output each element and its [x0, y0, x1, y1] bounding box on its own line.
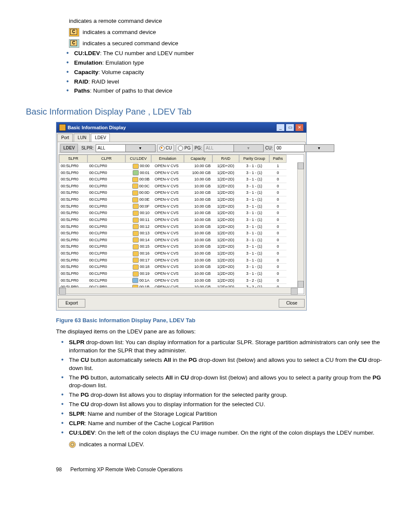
intro-text: The displayed items on the LDEV pane are… [56, 328, 385, 336]
table-row[interactable]: 00:SLPR000:CLPR000:18OPEN-V CVS10.00 GB1… [59, 264, 298, 271]
panel-label: LDEV [60, 144, 78, 152]
cell: 00:17 [125, 257, 151, 264]
table-row[interactable]: 00:SLPR000:CLPR000:00OPEN-V CVS10.00 GB1… [59, 163, 298, 170]
cell: 0 [269, 170, 286, 177]
cell: 0 [269, 176, 286, 183]
cell: 1(2D+2D) [212, 237, 239, 244]
table-row[interactable]: 00:SLPR000:CLPR000:13OPEN-V CVS10.00 GB1… [59, 230, 298, 237]
column-header[interactable]: Paths [269, 155, 286, 163]
maximize-icon[interactable]: ▭ [286, 124, 294, 131]
cell: 10.00 GB [184, 190, 212, 196]
cell: 0 [269, 264, 286, 271]
table-row[interactable]: 00:SLPR000:CLPR000:12OPEN-V CVS10.00 GB1… [59, 224, 298, 230]
chevron-down-icon[interactable]: ▾ [234, 145, 263, 152]
normal-ldev-line: indicates a normal LDEV. [69, 441, 385, 449]
table-row[interactable]: 00:SLPR000:CLPR000:10OPEN-V CVS10.00 GB1… [59, 210, 298, 217]
cell: 3 - 1 - (1) [239, 271, 269, 277]
definition-item: Paths: Number of paths to that device [65, 87, 385, 95]
scroll-left-icon[interactable] [59, 288, 66, 295]
cell: OPEN-V CVS [151, 264, 184, 271]
cell: 3 - 1 - (1) [239, 224, 269, 230]
grid-header[interactable]: SLPRCLPRCU:LDEVEmulationCapacityRAIDPari… [59, 155, 304, 163]
table-row[interactable]: 00:SLPR000:CLPR000:0COPEN-V CVS10.00 GB1… [59, 183, 298, 190]
cell: OPEN-V CVS [151, 170, 184, 177]
pg-radio-button[interactable]: PG [176, 144, 193, 152]
cell: 00:CLPR0 [87, 264, 125, 271]
close-button[interactable]: Close [279, 299, 305, 308]
cell: 00:SLPR0 [59, 170, 87, 177]
cell: 1(2D+2D) [212, 250, 239, 257]
scroll-down-icon[interactable] [298, 281, 304, 288]
cell: 0 [269, 196, 286, 203]
column-header[interactable]: Capacity [184, 155, 212, 163]
column-header[interactable]: SLPR [59, 155, 87, 163]
cell: 00:CLPR0 [87, 190, 125, 196]
cell: 00:SLPR0 [59, 224, 87, 230]
chevron-down-icon[interactable]: ▾ [125, 145, 155, 152]
cell: 00:SLPR0 [59, 271, 87, 277]
cell: 1(2D+2D) [212, 203, 239, 210]
cell: 10.00 GB [184, 203, 212, 210]
cell: OPEN-V CVS [151, 210, 184, 217]
tab-bar: PortLUNLDEV [56, 133, 306, 142]
table-row[interactable]: 00:SLPR000:CLPR000:17OPEN-V CVS10.00 GB1… [59, 257, 298, 264]
ldev-icon [132, 177, 138, 182]
export-button[interactable]: Export [58, 299, 85, 308]
scroll-up-icon[interactable] [298, 162, 304, 169]
icon-line-secured: C indicates a secured command device [69, 39, 385, 48]
cell: 00:12 [125, 224, 151, 230]
filter-bar: LDEV SLPR: ALL▾ CU PG PG: ALL▾ CU: 00▾ [59, 143, 304, 153]
tab-lun[interactable]: LUN [74, 134, 90, 142]
vertical-scrollbar[interactable] [297, 162, 304, 288]
tab-port[interactable]: Port [57, 134, 73, 142]
column-header[interactable]: CLPR [87, 155, 125, 163]
cell: 0 [269, 271, 286, 277]
cell: 0 [269, 257, 286, 264]
table-row[interactable]: 00:SLPR000:CLPR000:14OPEN-V CVS10.00 GB1… [59, 237, 298, 244]
cell: 0 [269, 250, 286, 257]
table-row[interactable]: 00:SLPR000:CLPR000:19OPEN-V CVS10.00 GB1… [59, 271, 298, 277]
table-row[interactable]: 00:SLPR000:CLPR000:01OPEN-V CVS100.00 GB… [59, 170, 298, 177]
cell: 00:CLPR0 [87, 196, 125, 203]
table-row[interactable]: 00:SLPR000:CLPR000:0BOPEN-V CVS10.00 GB1… [59, 176, 298, 183]
cell: 0 [269, 217, 286, 224]
column-header[interactable]: Emulation [151, 155, 184, 163]
close-icon[interactable]: ✕ [295, 124, 304, 131]
grid-body: 00:SLPR000:CLPR000:00OPEN-V CVS10.00 GB1… [59, 163, 298, 288]
normal-ldev-text: indicates a normal LDEV. [79, 441, 144, 448]
table-row[interactable]: 00:SLPR000:CLPR000:0FOPEN-V CVS10.00 GB1… [59, 203, 298, 210]
tab-ldev[interactable]: LDEV [91, 134, 110, 142]
cell: 00:11 [125, 217, 151, 224]
chevron-down-icon[interactable]: ▾ [304, 145, 334, 152]
cell: 1(2D+2D) [212, 170, 239, 177]
table-row[interactable]: 00:SLPR000:CLPR000:16OPEN-V CVS10.00 GB1… [59, 250, 298, 257]
table-row[interactable]: 00:SLPR000:CLPR000:1AOPEN-V CVS10.00 GB1… [59, 277, 298, 284]
titlebar[interactable]: Basic Information Display _ ▭ ✕ [56, 122, 306, 133]
scroll-right-icon[interactable] [291, 288, 298, 295]
table-row[interactable]: 00:SLPR000:CLPR000:0DOPEN-V CVS10.00 GB1… [59, 190, 298, 196]
pg-dropdown[interactable]: ALL▾ [204, 144, 264, 152]
cell: 00:CLPR0 [87, 170, 125, 177]
list-item: The CU button automatically selects All … [59, 356, 385, 373]
slpr-dropdown[interactable]: ALL▾ [96, 144, 156, 152]
cell: 0 [269, 243, 286, 250]
cell: 00:SLPR0 [59, 210, 87, 217]
cell: 3 - 1 - (1) [239, 257, 269, 264]
horizontal-scrollbar[interactable] [59, 287, 298, 294]
column-header[interactable]: Parity Group [239, 155, 269, 163]
table-row[interactable]: 00:SLPR000:CLPR000:0EOPEN-V CVS10.00 GB1… [59, 196, 298, 203]
cell: 1(2D+2D) [212, 163, 239, 170]
table-row[interactable]: 00:SLPR000:CLPR000:11OPEN-V CVS10.00 GB1… [59, 217, 298, 224]
table-row[interactable]: 00:SLPR000:CLPR000:15OPEN-V CVS10.00 GB1… [59, 243, 298, 250]
cell: 00:CLPR0 [87, 250, 125, 257]
cell: 3 - 1 - (1) [239, 230, 269, 237]
ldev-icon [133, 237, 139, 243]
column-header[interactable]: CU:LDEV [125, 155, 151, 163]
cell: 0 [269, 230, 286, 237]
cu-dropdown[interactable]: 00▾ [274, 144, 334, 152]
minimize-icon[interactable]: _ [276, 124, 285, 131]
cell: 00:CLPR0 [87, 183, 125, 190]
cu-radio-button[interactable]: CU [157, 144, 174, 152]
cell: 00:00 [125, 163, 151, 170]
column-header[interactable]: RAID [212, 155, 239, 163]
